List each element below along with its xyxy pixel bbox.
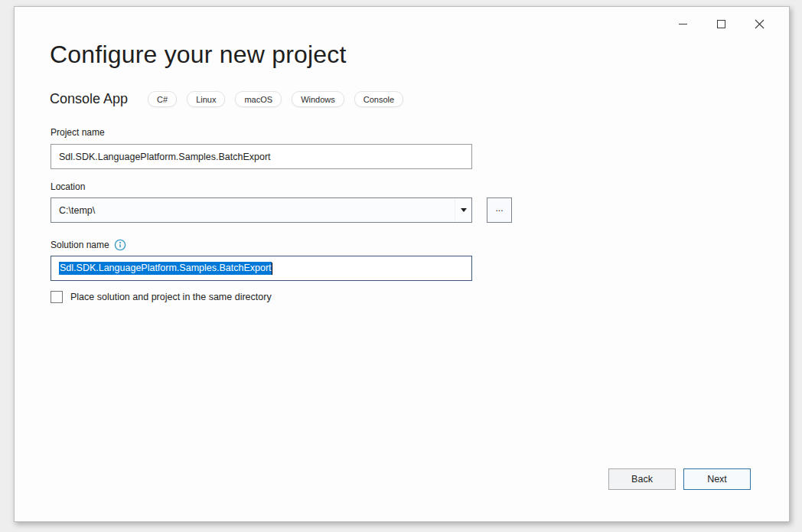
tag-linux: Linux [187,91,225,107]
next-button[interactable]: Next [683,468,751,490]
tag-console: Console [354,91,403,107]
tag-macos: macOS [235,91,282,107]
template-tag-list: C# Linux macOS Windows Console [148,91,403,107]
solution-name-label-text: Solution name [51,240,109,250]
tag-csharp: C# [148,91,177,107]
configure-project-dialog: Configure your new project Console App C… [14,6,790,522]
info-icon[interactable] [114,239,126,251]
close-button[interactable] [740,11,778,36]
same-directory-checkbox-label: Place solution and project in the same d… [70,292,272,302]
minimize-icon [679,24,687,24]
text-caret [272,263,272,275]
close-icon [755,19,765,29]
maximize-button[interactable] [702,11,740,36]
project-name-label: Project name [51,127,105,138]
back-button[interactable]: Back [608,468,676,490]
maximize-icon [717,20,725,28]
location-combobox[interactable]: C:\temp\ [51,197,472,223]
solution-name-label: Solution name [51,239,126,251]
template-name: Console App [50,91,128,107]
location-label: Location [51,181,85,192]
solution-name-selected-text: Sdl.SDK.LanguagePlatform.Samples.BatchEx… [59,262,272,275]
location-dropdown-button[interactable] [455,198,471,222]
window-controls [663,11,778,36]
browse-location-button[interactable]: ... [487,197,512,223]
same-directory-checkbox-row[interactable]: Place solution and project in the same d… [51,291,272,303]
chevron-down-icon [461,208,467,212]
project-name-input[interactable] [51,144,472,169]
solution-name-input[interactable]: Sdl.SDK.LanguagePlatform.Samples.BatchEx… [51,256,472,281]
same-directory-checkbox[interactable] [51,291,63,303]
template-row: Console App C# Linux macOS Windows Conso… [50,91,403,107]
location-value: C:\temp\ [51,205,455,216]
tag-windows: Windows [292,91,344,107]
minimize-button[interactable] [663,11,702,36]
page-title: Configure your new project [50,41,347,69]
